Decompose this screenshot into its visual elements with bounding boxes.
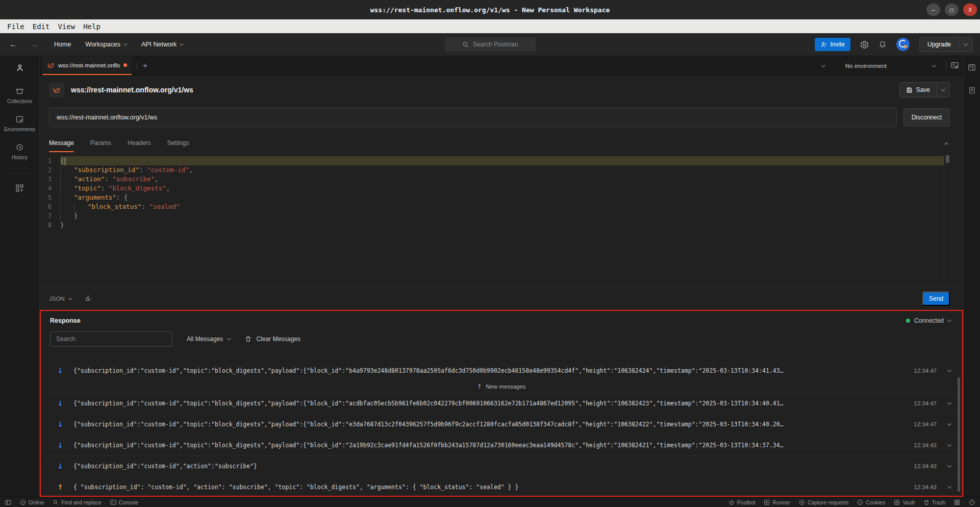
runner-play-icon: [764, 499, 770, 505]
new-messages-button[interactable]: ↑ New messages: [41, 382, 962, 391]
message-row[interactable]: ↓ {"subscription_id":"custom-id","action…: [41, 455, 962, 476]
send-button[interactable]: Send: [922, 292, 950, 306]
websocket-badge: [49, 82, 64, 98]
request-tab-label: wss://rest-mainnet.onflo: [58, 62, 120, 68]
save-button[interactable]: Save: [900, 83, 936, 97]
upgrade-menu-button[interactable]: [959, 37, 972, 52]
trash-button[interactable]: Trash: [923, 499, 945, 505]
sidebar-item-collections[interactable]: Collections: [7, 87, 32, 104]
message-filter-dropdown[interactable]: All Messages: [187, 335, 231, 343]
menu-view[interactable]: View: [54, 22, 79, 31]
code-line-content[interactable]: "subscription_id": "custom-id",: [60, 165, 944, 175]
sidebar-item-history[interactable]: History: [12, 143, 28, 160]
grid-icon[interactable]: [954, 499, 960, 505]
chevron-down-icon: [227, 336, 231, 340]
global-search[interactable]: Search Postman: [445, 37, 536, 52]
message-row[interactable]: ↓ {"subscription_id":"custom-id","topic"…: [41, 393, 962, 414]
code-line-content[interactable]: "block_status": "sealed": [60, 202, 944, 211]
environments-icon: [15, 115, 24, 124]
upgrade-button[interactable]: Upgrade: [920, 37, 959, 52]
sidebar-configure-button[interactable]: [15, 184, 24, 192]
response-scrollbar-thumb[interactable]: [958, 377, 960, 492]
code-line-content[interactable]: "action": "subscribe",: [60, 175, 944, 184]
save-split-button: Save: [899, 82, 950, 98]
forward-arrow-icon[interactable]: →: [31, 40, 39, 49]
documentation-icon[interactable]: [968, 86, 976, 94]
disconnect-button[interactable]: Disconnect: [903, 108, 950, 127]
message-editor[interactable]: 1 { 2 "subscription_id": "custom-id", 3 …: [40, 152, 963, 286]
online-status[interactable]: Online: [20, 499, 44, 505]
cookies-button[interactable]: Cookies: [857, 499, 885, 505]
notifications-bell-icon[interactable]: [878, 40, 887, 49]
clear-messages-button[interactable]: Clear Messages: [245, 335, 300, 343]
expand-chevron-icon[interactable]: [947, 442, 951, 446]
message-timestamp: 12:34:47: [914, 421, 937, 427]
find-and-replace-button[interactable]: Find and replace: [53, 499, 101, 505]
save-menu-button[interactable]: [936, 83, 949, 97]
chevron-down-icon: [941, 87, 945, 91]
code-line-content[interactable]: "arguments": {: [60, 193, 944, 202]
code-line-content[interactable]: }: [60, 211, 944, 221]
sidebar-item-environments[interactable]: Environments: [4, 115, 35, 132]
nav-workspaces[interactable]: Workspaces: [85, 41, 127, 48]
runner-button[interactable]: Runner: [764, 499, 790, 505]
window-titlebar: wss://rest-mainnet.onflow.org/v1/ws - Ne…: [0, 0, 980, 19]
expand-chevron-icon[interactable]: [947, 484, 951, 488]
collapse-editor-chevron-icon[interactable]: [944, 142, 948, 147]
language-dropdown[interactable]: JSON: [49, 296, 72, 302]
message-row[interactable]: ↓ {"subscription_id":"custom-id","topic"…: [41, 434, 962, 455]
message-row[interactable]: ↓ {"subscription_id":"custom-id","topic"…: [41, 414, 962, 434]
close-button[interactable]: X: [963, 4, 977, 16]
code-line-content[interactable]: {: [60, 156, 944, 165]
environment-selector[interactable]: No environment: [839, 63, 942, 69]
tab-settings[interactable]: Settings: [167, 139, 189, 152]
line-number: 5: [40, 193, 60, 202]
code-line-content[interactable]: "topic": "block_digests",: [60, 184, 944, 193]
avatar[interactable]: [896, 38, 910, 51]
line-number: 2: [40, 165, 60, 175]
expand-chevron-icon[interactable]: [947, 400, 951, 404]
request-title: wss://rest-mainnet.onflow.org/v1/ws: [71, 86, 193, 94]
message-row[interactable]: ↑ { "subscription_id": "custom-id", "act…: [41, 476, 962, 497]
response-search-input[interactable]: [50, 331, 172, 347]
chevron-down-icon: [180, 41, 184, 45]
message-row[interactable]: ↓ {"subscription_id":"custom-id","topic"…: [41, 360, 962, 381]
expand-chevron-icon[interactable]: [947, 368, 951, 372]
panel-layout-icon[interactable]: [968, 63, 976, 71]
invite-button[interactable]: Invite: [815, 38, 850, 51]
new-tab-button[interactable]: +: [142, 61, 147, 71]
request-tab[interactable]: wss://rest-mainnet.onflo: [42, 56, 132, 75]
console-button[interactable]: Console: [110, 499, 139, 505]
tab-list-chevron-icon[interactable]: [821, 63, 825, 67]
postbot-button[interactable]: Postbot: [728, 499, 756, 505]
vault-button[interactable]: Vault: [894, 499, 914, 505]
code-line-content[interactable]: }: [60, 221, 944, 230]
menu-help[interactable]: Help: [79, 22, 105, 31]
cookies-icon: [857, 499, 863, 505]
tab-params[interactable]: Params: [90, 139, 111, 152]
tab-headers[interactable]: Headers: [128, 139, 150, 152]
maximize-button[interactable]: □: [945, 4, 959, 16]
tab-message[interactable]: Message: [49, 139, 74, 152]
url-input[interactable]: [49, 108, 897, 127]
arrow-up-icon: ↑: [477, 383, 482, 390]
nav-api-network[interactable]: API Network: [141, 41, 183, 48]
capture-requests-button[interactable]: Capture requests: [799, 499, 849, 505]
expand-chevron-icon[interactable]: [947, 463, 951, 467]
settings-gear-icon[interactable]: [860, 40, 869, 49]
request-header: wss://rest-mainnet.onflow.org/v1/ws Save: [40, 76, 963, 104]
help-icon[interactable]: ?: [969, 499, 975, 505]
environment-quick-look-icon[interactable]: [950, 61, 959, 70]
expand-chevron-icon[interactable]: [947, 421, 951, 425]
indent-guide-icon: [60, 204, 61, 211]
sidebar-toggle-icon[interactable]: [5, 499, 11, 505]
sidebar-item-profile[interactable]: [15, 63, 24, 73]
nav-home[interactable]: Home: [54, 41, 71, 48]
menu-file[interactable]: File: [3, 22, 29, 31]
menu-edit[interactable]: Edit: [29, 22, 54, 31]
editor-scrollbar-thumb[interactable]: [946, 155, 949, 163]
minimize-button[interactable]: –: [926, 4, 940, 16]
beautify-icon[interactable]: [84, 295, 92, 303]
back-arrow-icon[interactable]: ←: [9, 40, 17, 49]
connection-status[interactable]: Connected: [906, 317, 951, 324]
